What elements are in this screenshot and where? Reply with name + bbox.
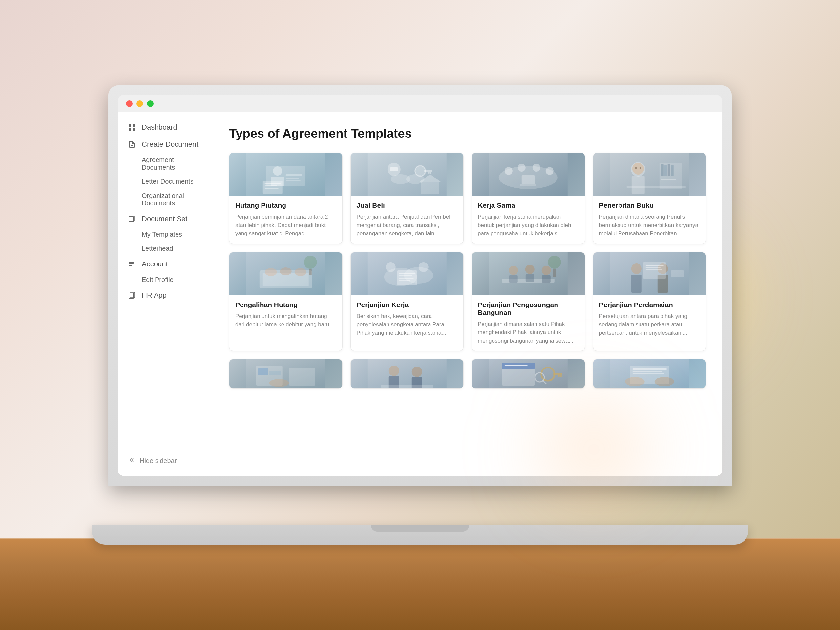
card-title-jualbeli: Jual Beli: [357, 202, 458, 209]
sidebar-item-organizational-documents[interactable]: Organizational Documents: [118, 189, 213, 210]
svg-point-62: [304, 256, 317, 269]
svg-point-60: [280, 267, 292, 275]
svg-rect-109: [505, 365, 527, 366]
svg-rect-91: [646, 267, 660, 268]
laptop-hinge: [371, 525, 469, 532]
card-row3-d[interactable]: [593, 359, 706, 388]
sidebar-item-agreement-documents[interactable]: Agreement Documents: [118, 153, 213, 175]
dashboard-label: Dashboard: [142, 123, 177, 131]
card-image-penerbitan: [593, 153, 706, 196]
card-image-pengosongan: [472, 252, 585, 295]
card-image-row3d: [593, 359, 706, 388]
create-document-label: Create Document: [142, 140, 198, 148]
card-image-pengalihan: [229, 252, 342, 295]
card-image-kerjasama: [472, 153, 585, 196]
svg-rect-108: [502, 363, 535, 369]
svg-rect-70: [399, 273, 415, 274]
card-desc-jualbeli: Perjanjian antara Penjual dan Pembeli me…: [357, 213, 458, 238]
svg-point-121: [625, 377, 644, 386]
laptop-base: [92, 525, 748, 545]
svg-rect-17: [286, 174, 302, 176]
card-perjanjian-kerja[interactable]: Perjanjian Kerja Berisikan hak, kewajiba…: [351, 252, 464, 351]
card-body-kerjasama: Kerja Sama Perjanjian kerja sama merupak…: [472, 196, 585, 244]
svg-rect-22: [265, 185, 277, 186]
card-desc-hutang: Perjanjian peminjaman dana antara 2 atau…: [235, 213, 336, 238]
svg-rect-10: [129, 265, 132, 266]
laptop-screen: Dashboard Create Document: [118, 95, 722, 476]
hide-sidebar-label: Hide sidebar: [140, 457, 177, 465]
card-perjanjian-pengosongan[interactable]: Perjanjian Pengosongan Bangunan Perjanji…: [472, 252, 585, 351]
sidebar: Dashboard Create Document: [118, 112, 213, 476]
card-title-perjanjiankerja: Perjanjian Kerja: [357, 301, 458, 309]
svg-rect-29: [430, 172, 431, 174]
sidebar-item-my-templates[interactable]: My Templates: [118, 227, 213, 242]
card-row3-c[interactable]: [472, 359, 585, 388]
card-perjanjian-perdamaian[interactable]: Perjanjian Perdamaian Persetujuan antara…: [593, 252, 706, 351]
minimize-button[interactable]: [136, 100, 143, 107]
svg-rect-0: [129, 124, 131, 127]
card-jual-beli[interactable]: Jual Beli Perjanjian antara Penjual dan …: [351, 153, 464, 244]
card-body-perjanjiankerja: Perjanjian Kerja Berisikan hak, kewajiba…: [351, 295, 464, 343]
card-body-jualbeli: Jual Beli Perjanjian antara Penjual dan …: [351, 196, 464, 244]
svg-rect-19: [286, 180, 300, 182]
sidebar-item-document-set[interactable]: Document Set: [118, 210, 213, 227]
svg-rect-92: [646, 269, 662, 270]
card-desc-pengalihan: Perjanjian untuk mengalihkan hutang dari…: [235, 312, 336, 329]
svg-rect-23: [265, 188, 279, 189]
card-body-hutang: Hutang Piutang Perjanjian peminjaman dan…: [229, 196, 342, 244]
card-row3-a[interactable]: [229, 359, 343, 388]
page-title: Types of Agreement Templates: [229, 127, 706, 141]
card-kerja-sama[interactable]: Kerja Sama Perjanjian kerja sama merupak…: [472, 153, 585, 244]
svg-rect-112: [561, 375, 562, 377]
svg-rect-93: [671, 270, 684, 277]
close-button[interactable]: [126, 100, 133, 107]
card-image-row3a: [229, 359, 342, 388]
svg-rect-3: [133, 128, 135, 131]
sidebar-item-edit-profile[interactable]: Edit Profile: [118, 273, 213, 287]
svg-point-59: [265, 268, 277, 276]
sidebar-item-letter-documents[interactable]: Letter Documents: [118, 175, 213, 189]
card-desc-perjanjiankerja: Berisikan hak, kewajiban, cara penyelesa…: [357, 312, 458, 337]
svg-rect-98: [289, 368, 315, 385]
svg-point-101: [388, 366, 399, 376]
svg-rect-45: [631, 176, 644, 194]
maximize-button[interactable]: [147, 100, 153, 107]
sidebar-item-create-document[interactable]: Create Document: [118, 136, 213, 153]
svg-point-68: [418, 262, 428, 272]
card-title-perdamaian: Perjanjian Perdamaian: [599, 301, 700, 309]
svg-point-78: [525, 265, 535, 274]
card-penerbitan-buku[interactable]: Penerbitan Buku Perjanjian dimana seoran…: [593, 153, 706, 244]
svg-point-122: [654, 377, 674, 386]
svg-rect-86: [631, 275, 641, 293]
sidebar-item-dashboard[interactable]: Dashboard: [118, 119, 213, 136]
sidebar-item-letterhead[interactable]: Letterhead: [118, 242, 213, 256]
sidebar-item-account[interactable]: Account: [118, 256, 213, 273]
grid-icon: [127, 123, 136, 132]
svg-rect-30: [428, 172, 429, 174]
svg-point-53: [632, 163, 644, 175]
svg-rect-1: [133, 124, 135, 127]
card-hutang-piutang[interactable]: Hutang Piutang Perjanjian peminjaman dan…: [229, 153, 343, 244]
svg-point-99: [269, 379, 289, 387]
app-content: Dashboard Create Document: [118, 112, 722, 476]
card-desc-pengosongan: Perjanjian dimana salah satu Pihak mengh…: [478, 320, 579, 345]
card-image-hutang: [229, 153, 342, 196]
sidebar-item-hr-app[interactable]: HR App: [118, 287, 213, 304]
sidebar-bottom: Hide sidebar: [118, 447, 213, 469]
laptop-wrapper: Dashboard Create Document: [92, 85, 748, 545]
card-pengalihan-hutang[interactable]: Pengalihan Hutang Perjanjian untuk menga…: [229, 252, 343, 351]
card-image-perjanjiankerja: [351, 252, 464, 295]
card-row3-b[interactable]: [351, 359, 464, 388]
card-body-penerbitan: Penerbitan Buku Perjanjian dimana seoran…: [593, 196, 706, 244]
svg-point-38: [518, 164, 526, 172]
svg-rect-47: [661, 164, 663, 176]
svg-point-76: [509, 266, 518, 275]
svg-rect-63: [309, 269, 312, 275]
card-title-penerbitan: Penerbitan Buku: [599, 202, 700, 209]
card-title-pengosongan: Perjanjian Pengosongan Bangunan: [478, 301, 579, 317]
hide-sidebar-button[interactable]: Hide sidebar: [118, 453, 213, 469]
svg-point-61: [295, 268, 306, 276]
svg-rect-118: [632, 368, 666, 370]
svg-rect-113: [559, 375, 560, 377]
svg-rect-50: [671, 165, 673, 176]
